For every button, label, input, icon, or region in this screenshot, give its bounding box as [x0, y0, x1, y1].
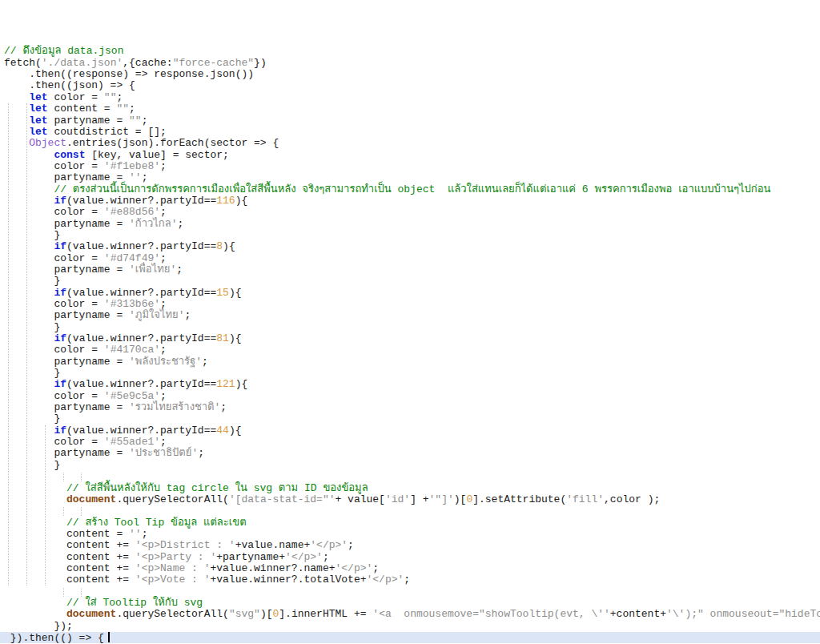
code-line[interactable]: .then((response) => response.json()) [0, 69, 820, 80]
code-line[interactable]: } [0, 368, 820, 379]
code-line[interactable]: let content = ""; [0, 103, 820, 115]
code-line[interactable]: content += '<p>Party : '+partyname+'</p>… [0, 552, 820, 563]
code-line[interactable]: } [0, 413, 820, 425]
code-line[interactable]: let coutdistrict = []; [0, 127, 820, 138]
code-line[interactable]: if(value.winner?.partyId==116){ [0, 195, 820, 207]
code-line[interactable]: // ใส่ Tooltip ให้กับ svg [0, 598, 820, 609]
indent-guide [63, 473, 64, 481]
code-line[interactable]: let color = ""; [0, 92, 820, 103]
code-line[interactable]: // ใส่สีพื้นหลังให้กับ tag circle ใน svg… [0, 483, 820, 494]
code-line[interactable]: let partyname = ""; [0, 115, 820, 127]
code-line[interactable]: if(value.winner?.partyId==8){ [0, 241, 820, 252]
code-line[interactable]: color = '#4170ca'; [0, 344, 820, 356]
code-line[interactable]: // สร้าง Tool Tip ข้อมูล แต่ละเขต [0, 517, 820, 529]
code-line[interactable]: partyname = 'ก้าวไกล'; [0, 219, 820, 230]
code-line[interactable]: partyname = ''; [0, 172, 820, 183]
code-line[interactable]: partyname = 'ภูมิใจไทย'; [0, 310, 820, 321]
code-line[interactable]: // ดึงข้อมูล data.json [0, 46, 820, 57]
code-line[interactable]: } [0, 322, 820, 333]
code-line[interactable]: color = '#d74f49'; [0, 253, 820, 264]
code-line[interactable]: if(value.winner?.partyId==121){ [0, 379, 820, 390]
code-line[interactable]: .then((json) => { [0, 80, 820, 91]
code-line[interactable]: color = '#5e9c5a'; [0, 391, 820, 402]
code-editor[interactable]: // ดึงข้อมูล data.jsonfetch('./data.json… [0, 0, 820, 644]
code-line[interactable]: Object.entries(json).forEach(sector => { [0, 138, 820, 149]
code-line[interactable]: content = ''; [0, 529, 820, 540]
current-code-line[interactable]: }).then(() => { [0, 632, 820, 643]
indent-guide [63, 507, 64, 516]
code-line[interactable]: color = '#e88d56'; [0, 207, 820, 218]
indent-guide [81, 473, 82, 481]
code-line[interactable] [0, 471, 820, 482]
code-line[interactable]: } [0, 276, 820, 287]
code-line[interactable]: document.querySelectorAll("svg")[0].inne… [0, 609, 820, 620]
code-line[interactable]: if(value.winner?.partyId==44){ [0, 425, 820, 437]
code-line[interactable]: content += '<p>Name : '+value.winner?.na… [0, 563, 820, 574]
code-line[interactable]: partyname = 'เพื่อไทย'; [0, 264, 820, 276]
code-line[interactable]: } [0, 230, 820, 241]
code-line[interactable]: }); [0, 621, 820, 632]
code-line[interactable]: } [0, 460, 820, 471]
text-cursor [108, 632, 110, 642]
code-line[interactable]: // ตรงส่วนนี้เป็นการดักพรรคการเมืองเพื่อ… [0, 184, 820, 195]
code-line[interactable]: const [key, value] = sector; [0, 150, 820, 161]
code-line[interactable]: document.querySelectorAll('[data-stat-id… [0, 494, 820, 505]
indent-guide [63, 588, 64, 597]
code-line[interactable]: color = '#f1ebe8'; [0, 161, 820, 172]
indent-guide [81, 588, 82, 597]
code-line[interactable]: fetch('./data.json',{cache:"force-cache"… [0, 58, 820, 69]
code-line[interactable]: partyname = 'ประชาธิปัตย์'; [0, 448, 820, 459]
code-line[interactable]: content += '<p>Vote : '+value.winner?.to… [0, 574, 820, 586]
code-line[interactable]: if(value.winner?.partyId==15){ [0, 288, 820, 299]
indent-guide [81, 507, 82, 516]
code-line[interactable] [0, 505, 820, 517]
code-line[interactable]: partyname = 'รวมไทยสร้างชาติ'; [0, 402, 820, 413]
code-line[interactable]: if(value.winner?.partyId==81){ [0, 333, 820, 344]
code-line[interactable]: content += '<p>District : '+value.name+'… [0, 540, 820, 551]
code-line[interactable] [0, 586, 820, 598]
code-line[interactable]: partyname = 'พลังประชารัฐ'; [0, 356, 820, 368]
